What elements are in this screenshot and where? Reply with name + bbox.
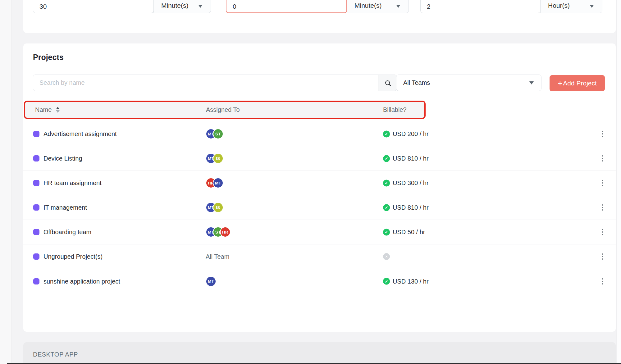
- section-title: DESKTOP APP: [33, 351, 78, 358]
- project-name: Ungrouped Project(s): [43, 253, 103, 260]
- member-avatar: IS: [213, 153, 223, 164]
- billable-check-icon: ✓: [383, 278, 390, 285]
- add-project-button[interactable]: + Add Project: [550, 75, 605, 91]
- plus-icon: +: [558, 79, 562, 87]
- projects-card: Projects All Teams + Add Project Name As…: [23, 43, 616, 332]
- table-row[interactable]: sunshine application project MT ✓USD 130…: [23, 269, 616, 293]
- billable-check-icon: ✓: [383, 229, 390, 235]
- billable-cell: ✓USD 200 / hr: [383, 130, 429, 138]
- billable-rate: USD 300 / hr: [393, 180, 429, 187]
- duration-unit-select-2[interactable]: Minute(s): [347, 0, 409, 13]
- row-menu-button[interactable]: [599, 178, 606, 188]
- team-filter-select[interactable]: All Teams: [396, 75, 541, 91]
- project-color-swatch: [33, 229, 39, 235]
- project-color-swatch: [33, 131, 39, 137]
- billable-rate: USD 50 / hr: [393, 229, 425, 236]
- assigned-to-cell: MTST: [206, 129, 223, 139]
- billable-check-icon: ✓: [383, 155, 390, 162]
- row-menu-button[interactable]: [599, 203, 606, 212]
- search-input[interactable]: [33, 75, 378, 91]
- billable-check-icon: ✓: [383, 204, 390, 211]
- table-row[interactable]: IT management MTIS ✓USD 810 / hr: [23, 195, 616, 220]
- billable-cell: ✓USD 810 / hr: [383, 204, 429, 211]
- billable-rate: USD 810 / hr: [393, 155, 429, 162]
- project-list: Advertisement assignment MTST ✓USD 200 /…: [23, 122, 616, 293]
- project-color-swatch: [33, 253, 39, 260]
- assigned-to-text: All Team: [206, 253, 229, 260]
- row-menu-button[interactable]: [599, 277, 606, 286]
- table-row[interactable]: Ungrouped Project(s) All Team ×: [23, 244, 616, 269]
- sidebar-divider: [0, 94, 11, 94]
- project-name: Offboarding team: [43, 229, 91, 236]
- scrollbar-track[interactable]: [616, 0, 621, 364]
- billable-cell: ✓USD 300 / hr: [383, 180, 429, 187]
- member-avatar: IS: [213, 202, 223, 213]
- duration-value-input-2[interactable]: [226, 0, 347, 13]
- table-row[interactable]: HR team assignment HRMT ✓USD 300 / hr: [23, 171, 616, 195]
- collapsed-sidebar: [0, 0, 11, 364]
- project-name: HR team assignment: [43, 180, 102, 187]
- project-color-swatch: [33, 155, 39, 162]
- duration-unit-select-1[interactable]: Minute(s): [153, 0, 211, 13]
- team-filter-value: All Teams: [403, 79, 430, 86]
- chevron-down-icon: [198, 5, 203, 8]
- annotation-highlight-table-header: Name Assigned To Billable?: [24, 101, 426, 119]
- column-header-name[interactable]: Name: [35, 102, 60, 118]
- row-menu-button[interactable]: [599, 129, 606, 139]
- duration-value-input-1[interactable]: [33, 0, 154, 13]
- billable-rate: USD 130 / hr: [393, 278, 429, 285]
- duration-unit-label-1: Minute(s): [161, 2, 189, 9]
- assigned-to-cell: MTSTHR: [206, 227, 231, 237]
- billable-cell: ✓USD 130 / hr: [383, 278, 429, 285]
- project-color-swatch: [33, 180, 39, 186]
- duration-settings-card: Minute(s) Minute(s) Hour(s): [23, 0, 616, 33]
- assigned-to-cell: MTIS: [206, 202, 223, 213]
- not-billable-icon: ×: [383, 253, 390, 260]
- billable-cell: ✓USD 810 / hr: [383, 155, 429, 162]
- column-header-assigned-to: Assigned To: [206, 102, 240, 118]
- duration-unit-label-3: Hour(s): [548, 2, 570, 9]
- billable-cell: ✓USD 50 / hr: [383, 229, 425, 236]
- member-avatar: ST: [213, 129, 223, 139]
- duration-unit-label-2: Minute(s): [354, 2, 382, 9]
- row-menu-button[interactable]: [599, 252, 606, 261]
- billable-check-icon: ✓: [383, 180, 390, 186]
- project-name: IT management: [43, 204, 87, 211]
- desktop-app-section: DESKTOP APP: [23, 342, 616, 364]
- table-row[interactable]: Device Listing MTIS ✓USD 810 / hr: [23, 146, 616, 171]
- member-avatar: MT: [213, 178, 223, 188]
- table-row[interactable]: Offboarding team MTSTHR ✓USD 50 / hr: [23, 220, 616, 244]
- search-button[interactable]: [378, 75, 397, 91]
- search-icon: [385, 80, 390, 85]
- project-color-swatch: [33, 204, 39, 211]
- project-name: Advertisement assignment: [43, 130, 117, 138]
- page-title: Projects: [33, 53, 64, 62]
- project-color-swatch: [33, 278, 39, 284]
- column-header-billable: Billable?: [383, 102, 407, 118]
- project-name: sunshine application project: [43, 278, 120, 285]
- project-name: Device Listing: [43, 155, 82, 162]
- billable-rate: USD 810 / hr: [393, 204, 429, 211]
- project-search: [33, 75, 397, 91]
- duration-group-2: Minute(s): [226, 0, 409, 13]
- duration-value-input-3[interactable]: [420, 0, 541, 13]
- billable-cell: ×: [383, 253, 390, 260]
- chevron-down-icon: [396, 5, 400, 8]
- billable-check-icon: ✓: [383, 130, 390, 137]
- assigned-to-cell: HRMT: [206, 178, 223, 188]
- member-avatar: MT: [206, 276, 216, 287]
- table-row[interactable]: Advertisement assignment MTST ✓USD 200 /…: [23, 122, 616, 146]
- chevron-down-icon: [529, 81, 534, 84]
- duration-unit-select-3[interactable]: Hour(s): [540, 0, 602, 13]
- duration-group-3: Hour(s): [420, 0, 602, 13]
- assigned-to-cell: MT: [206, 276, 216, 287]
- assigned-to-cell: All Team: [206, 253, 229, 260]
- sort-icon[interactable]: [56, 107, 60, 113]
- add-project-label: Add Project: [563, 80, 597, 87]
- row-menu-button[interactable]: [599, 227, 606, 237]
- chevron-down-icon: [590, 5, 594, 8]
- member-avatar: HR: [220, 227, 231, 237]
- duration-group-1: Minute(s): [33, 0, 211, 13]
- row-menu-button[interactable]: [599, 154, 606, 163]
- billable-rate: USD 200 / hr: [393, 130, 429, 138]
